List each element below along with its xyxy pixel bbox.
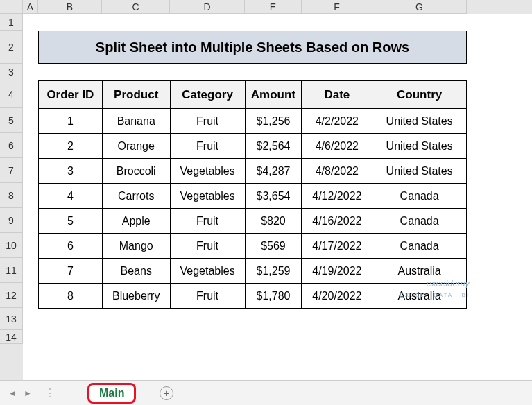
watermark: exceldemy EXCEL · DATA · BI xyxy=(400,279,470,299)
cell-category[interactable]: Fruit xyxy=(170,109,245,134)
cell-date[interactable]: 4/16/2022 xyxy=(302,209,372,234)
row-header[interactable]: 8 xyxy=(0,183,23,208)
row-headers: 1 2 3 4 5 6 7 8 9 10 11 12 13 14 xyxy=(0,0,23,380)
cell-category[interactable]: Vegetables xyxy=(170,184,245,209)
cell-amount[interactable]: $1,256 xyxy=(245,109,302,134)
col-header[interactable]: C xyxy=(102,0,170,14)
cell-date[interactable]: 4/17/2022 xyxy=(302,234,372,259)
header-amount[interactable]: Amount xyxy=(245,81,302,109)
cell-country[interactable]: United States xyxy=(372,159,467,184)
select-all-corner[interactable] xyxy=(0,0,23,14)
col-header[interactable]: E xyxy=(245,0,302,14)
cell-id[interactable]: 8 xyxy=(39,284,103,309)
table-row: 4CarrotsVegetables$3,6544/12/2022Canada xyxy=(39,184,467,209)
cell-amount[interactable]: $820 xyxy=(245,209,302,234)
cell-country[interactable]: Canada xyxy=(372,234,467,259)
cell-amount[interactable]: $1,259 xyxy=(245,259,302,284)
next-sheet-icon[interactable]: ► xyxy=(22,388,33,398)
col-header[interactable]: A xyxy=(23,0,38,14)
cell-id[interactable]: 1 xyxy=(39,109,103,134)
col-header[interactable]: G xyxy=(372,0,467,14)
cell-country[interactable]: United States xyxy=(372,134,467,159)
col-header[interactable]: B xyxy=(38,0,102,14)
cell-product[interactable]: Orange xyxy=(102,134,170,159)
cell-product[interactable]: Carrots xyxy=(102,184,170,209)
cell-id[interactable]: 3 xyxy=(39,159,103,184)
cell-date[interactable]: 4/19/2022 xyxy=(302,259,372,284)
cell-id[interactable]: 6 xyxy=(39,234,103,259)
cell-country[interactable]: Canada xyxy=(372,209,467,234)
row-header[interactable]: 7 xyxy=(0,158,23,183)
col-header[interactable]: F xyxy=(302,0,372,14)
main-grid: A B C D E F G Split Sheet into Multiple … xyxy=(23,0,532,380)
sheet-title[interactable]: Split Sheet into Multiple Sheets Based o… xyxy=(38,31,467,64)
table-row: 6MangoFruit$5694/17/2022Canada xyxy=(39,234,467,259)
row-header[interactable]: 6 xyxy=(0,133,23,158)
cell-country[interactable]: United States xyxy=(372,109,467,134)
cell-category[interactable]: Fruit xyxy=(170,134,245,159)
sheet-tab-bar: ◄ ► ⋮ Main + xyxy=(0,380,532,405)
cell-product[interactable]: Blueberry xyxy=(102,284,170,309)
table-header-row: Order ID Product Category Amount Date Co… xyxy=(39,81,467,109)
row-header[interactable]: 12 xyxy=(0,283,23,308)
cell-id[interactable]: 2 xyxy=(39,134,103,159)
cell-id[interactable]: 4 xyxy=(39,184,103,209)
divider: ⋮ xyxy=(44,386,55,399)
col-header[interactable]: D xyxy=(170,0,245,14)
sheet-tab-main[interactable]: Main xyxy=(87,383,136,404)
row-header[interactable]: 3 xyxy=(0,64,23,80)
cell-amount[interactable]: $569 xyxy=(245,234,302,259)
cell-category[interactable]: Fruit xyxy=(170,284,245,309)
row-header[interactable]: 14 xyxy=(0,330,23,344)
cell-date[interactable]: 4/2/2022 xyxy=(302,109,372,134)
row-header[interactable]: 11 xyxy=(0,258,23,283)
table-row: 5AppleFruit$8204/16/2022Canada xyxy=(39,209,467,234)
cell-id[interactable]: 7 xyxy=(39,259,103,284)
row-header[interactable]: 1 xyxy=(0,14,23,31)
watermark-brand: exceldemy xyxy=(427,278,470,288)
cell-category[interactable]: Vegetables xyxy=(170,259,245,284)
table-row: 3BroccoliVegetables$4,2874/8/2022United … xyxy=(39,159,467,184)
cell-product[interactable]: Beans xyxy=(102,259,170,284)
cell-category[interactable]: Fruit xyxy=(170,234,245,259)
cell-category[interactable]: Fruit xyxy=(170,209,245,234)
cell-product[interactable]: Banana xyxy=(102,109,170,134)
add-sheet-button[interactable]: + xyxy=(160,386,173,400)
table-row: 2OrangeFruit$2,5644/6/2022United States xyxy=(39,134,467,159)
cell-date[interactable]: 4/20/2022 xyxy=(302,284,372,309)
cell-amount[interactable]: $4,287 xyxy=(245,159,302,184)
grid-body: Split Sheet into Multiple Sheets Based o… xyxy=(23,14,532,309)
cell-country[interactable]: Canada xyxy=(372,184,467,209)
cell-date[interactable]: 4/12/2022 xyxy=(302,184,372,209)
header-order-id[interactable]: Order ID xyxy=(39,81,103,109)
data-table: Order ID Product Category Amount Date Co… xyxy=(38,80,467,309)
watermark-tag: EXCEL · DATA · BI xyxy=(400,292,470,298)
cell-amount[interactable]: $2,564 xyxy=(245,134,302,159)
cell-date[interactable]: 4/8/2022 xyxy=(302,159,372,184)
cell-amount[interactable]: $3,654 xyxy=(245,184,302,209)
header-category[interactable]: Category xyxy=(170,81,245,109)
row-header[interactable]: 2 xyxy=(0,31,23,64)
header-date[interactable]: Date xyxy=(302,81,372,109)
row-header[interactable]: 13 xyxy=(0,308,23,330)
spreadsheet-area: 1 2 3 4 5 6 7 8 9 10 11 12 13 14 A B C D… xyxy=(0,0,532,380)
row-header[interactable]: 9 xyxy=(0,208,23,233)
row-header[interactable]: 5 xyxy=(0,108,23,133)
header-country[interactable]: Country xyxy=(372,81,467,109)
cell-id[interactable]: 5 xyxy=(39,209,103,234)
cell-product[interactable]: Broccoli xyxy=(102,159,170,184)
cell-category[interactable]: Vegetables xyxy=(170,159,245,184)
row-header[interactable]: 10 xyxy=(0,233,23,258)
cell-date[interactable]: 4/6/2022 xyxy=(302,134,372,159)
cell-product[interactable]: Mango xyxy=(102,234,170,259)
cell-product[interactable]: Apple xyxy=(102,209,170,234)
prev-sheet-icon[interactable]: ◄ xyxy=(7,388,18,398)
header-product[interactable]: Product xyxy=(102,81,170,109)
column-headers: A B C D E F G xyxy=(23,0,532,14)
row-header[interactable]: 4 xyxy=(0,80,23,108)
table-row: 1BananaFruit$1,2564/2/2022United States xyxy=(39,109,467,134)
cell-amount[interactable]: $1,780 xyxy=(245,284,302,309)
